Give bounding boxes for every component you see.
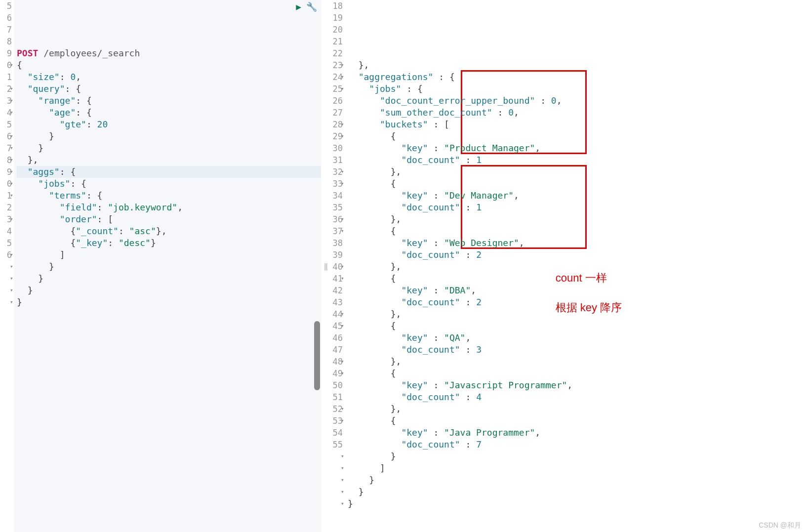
code-line[interactable]: "doc_count" : 4: [348, 391, 807, 403]
code-line[interactable]: "order": [: [17, 213, 321, 225]
code-line[interactable]: },: [348, 403, 807, 415]
play-icon[interactable]: ▶: [296, 1, 301, 13]
code-line[interactable]: }: [17, 261, 321, 273]
code-line[interactable]: {"_count": "asc"},: [17, 225, 321, 237]
code-line[interactable]: "key" : "Java Programmer",: [348, 427, 807, 439]
code-line[interactable]: {: [348, 273, 807, 285]
wrench-icon[interactable]: 🔧: [306, 1, 317, 13]
scrollbar-thumb[interactable]: [314, 321, 320, 390]
code-line[interactable]: "key" : "DBA",: [348, 285, 807, 296]
code-line[interactable]: "age": {: [17, 107, 321, 119]
code-line[interactable]: },: [17, 154, 321, 166]
code-line[interactable]: }: [348, 474, 807, 486]
code-line[interactable]: {: [17, 59, 321, 71]
code-line[interactable]: "buckets" : [: [348, 119, 807, 130]
code-line[interactable]: "gte": 20: [17, 119, 321, 130]
code-line[interactable]: "key" : "QA",: [348, 332, 807, 344]
code-line[interactable]: {"_key": "desc"}: [17, 237, 321, 249]
code-line[interactable]: "key" : "Web Designer",: [348, 237, 807, 249]
code-line[interactable]: }: [17, 273, 321, 285]
code-line[interactable]: ]: [348, 462, 807, 474]
code-line[interactable]: "doc_count" : 2: [348, 249, 807, 261]
run-buttons: ▶ 🔧: [296, 1, 317, 13]
code-line[interactable]: {: [348, 320, 807, 332]
code-line[interactable]: }: [17, 296, 321, 308]
code-line[interactable]: "doc_count" : 2: [348, 296, 807, 308]
watermark: CSDN @和月: [759, 521, 801, 530]
code-line[interactable]: },: [348, 59, 807, 71]
code-line[interactable]: }: [348, 450, 807, 462]
request-panel: 5678901234567890123456 ▶ 🔧 POST /employe…: [0, 0, 321, 532]
code-line[interactable]: }: [348, 498, 807, 510]
code-line[interactable]: {: [348, 415, 807, 427]
code-line[interactable]: POST /employees/_search: [17, 47, 321, 59]
code-line[interactable]: "key" : "Product Manager",: [348, 142, 807, 154]
code-line[interactable]: "key" : "Dev Manager",: [348, 190, 807, 202]
code-line[interactable]: "query": {: [17, 83, 321, 95]
code-line[interactable]: {: [348, 130, 807, 142]
code-line[interactable]: "field": "job.keyword",: [17, 202, 321, 213]
code-line[interactable]: "doc_count_error_upper_bound" : 0,: [348, 95, 807, 107]
code-line[interactable]: "doc_count" : 1: [348, 154, 807, 166]
code-line[interactable]: "doc_count" : 7: [348, 439, 807, 450]
code-line[interactable]: "doc_count" : 1: [348, 202, 807, 213]
code-line[interactable]: }: [348, 486, 807, 498]
code-line[interactable]: },: [348, 166, 807, 178]
code-line[interactable]: }: [17, 285, 321, 296]
code-line[interactable]: "sum_other_doc_count" : 0,: [348, 107, 807, 119]
code-line[interactable]: "key" : "Javascript Programmer",: [348, 379, 807, 391]
code-line[interactable]: "size": 0,: [17, 71, 321, 83]
code-line[interactable]: },: [348, 308, 807, 320]
code-line[interactable]: {: [348, 178, 807, 190]
code-line[interactable]: "range": {: [17, 95, 321, 107]
code-line[interactable]: "aggregations" : {: [348, 71, 807, 83]
code-line[interactable]: }: [17, 130, 321, 142]
code-line[interactable]: {: [348, 368, 807, 379]
code-line[interactable]: },: [348, 356, 807, 368]
code-line[interactable]: "jobs" : {: [348, 83, 807, 95]
code-line[interactable]: "doc_count" : 3: [348, 344, 807, 356]
request-code[interactable]: ▶ 🔧 POST /employees/_search{ "size": 0, …: [14, 0, 321, 532]
response-panel: 1819202122232425262728293031323334353637…: [331, 0, 807, 532]
code-line[interactable]: },: [348, 261, 807, 273]
code-line[interactable]: "terms": {: [17, 190, 321, 202]
code-line[interactable]: {: [348, 225, 807, 237]
code-line[interactable]: "aggs": {: [17, 166, 321, 178]
code-line[interactable]: ]: [17, 249, 321, 261]
response-code[interactable]: count 一样 根据 key 降序 }, "aggregations" : {…: [345, 0, 807, 532]
code-line[interactable]: "jobs": {: [17, 178, 321, 190]
splitter[interactable]: ‖: [321, 0, 331, 532]
code-line[interactable]: }: [17, 142, 321, 154]
code-line[interactable]: },: [348, 213, 807, 225]
